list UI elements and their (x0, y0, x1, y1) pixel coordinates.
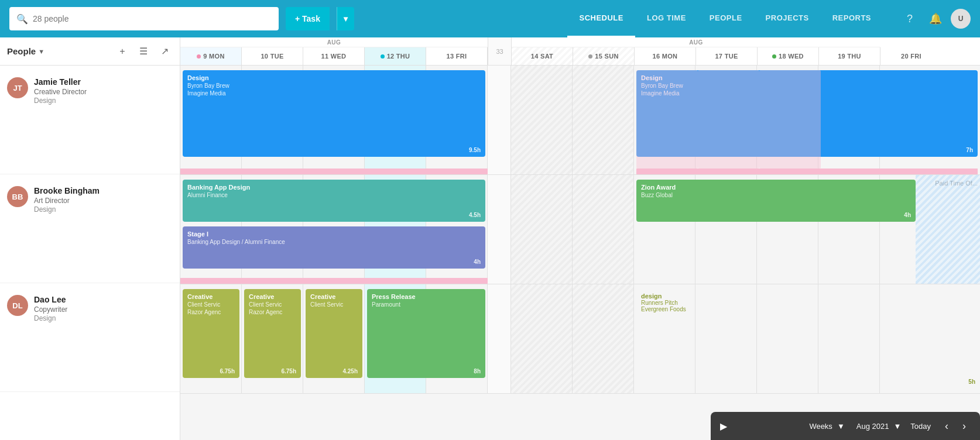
weeks-label: Weeks (809, 422, 832, 431)
event-jamie-design-w1[interactable]: Design Byron Bay Brew Imagine Media 9.5h (183, 70, 485, 157)
main: People ▼ + ☰ ↗ JT Jamie Teller Creative … (0, 37, 980, 440)
person-name-dao: Dao Lee (34, 295, 173, 304)
event-brooke-stage1[interactable]: Stage I Banking App Design / Alumni Fina… (183, 226, 485, 269)
overalloc-bar-jamie-w1 (180, 169, 488, 174)
day-col-20-fri: 20 FRI (880, 47, 942, 65)
avatar-dao: DL (7, 295, 28, 316)
day-col-12-thu: 12 THU (365, 47, 426, 65)
dao-cell-15 (573, 284, 634, 393)
task-dropdown-button[interactable]: ▼ (337, 7, 354, 30)
overalloc-bar-jamie-w2 (636, 169, 978, 174)
prev-button[interactable]: ‹ (940, 418, 953, 435)
left-panel: People ▼ + ☰ ↗ JT Jamie Teller Creative … (0, 37, 180, 440)
pink-overlay-18 (698, 70, 759, 169)
day-col-9-mon: 9 MON (180, 47, 242, 65)
person-row-brooke: BB Brooke Bingham Art Director Design (0, 174, 180, 283)
search-box[interactable]: 🔍 (9, 7, 279, 30)
person-info-jamie: Jamie Teller Creative Director Design (34, 77, 173, 105)
pto-overlay-brooke (916, 175, 980, 284)
day-dot-15 (588, 54, 592, 59)
event-brooke-zion[interactable]: Zion Award Buzz Global 4h (636, 180, 916, 222)
event-dao-design-w2[interactable]: design Runners Pitch Evergreen Foods (636, 289, 978, 316)
cursor-tool-icon[interactable]: ▶ (720, 421, 727, 432)
person-info-dao: Dao Lee Copywriter Design (34, 295, 173, 322)
person-role-brooke: Art Director (34, 197, 173, 205)
pink-overlay-19 (759, 70, 821, 169)
dao-hours-w2: 5h (968, 379, 975, 385)
search-icon: 🔍 (16, 13, 28, 25)
tab-projects[interactable]: PROJECTS (754, 0, 821, 37)
person-row-dao: DL Dao Lee Copywriter Design (0, 283, 180, 392)
today-button[interactable]: Today (906, 422, 936, 431)
avatar-jamie: JT (7, 77, 28, 98)
day-col-11-wed: 11 WED (303, 47, 365, 65)
header: 🔍 + Task ▼ SCHEDULE LOG TIME PEOPLE PROJ… (0, 0, 980, 37)
bottom-bar: ▶ Weeks ▼ Aug 2021 ▼ Today ‹ › (711, 412, 980, 440)
jamie-week1-group: Design Byron Bay Brew Imagine Media 9.5h (180, 66, 488, 174)
dao-week-num (488, 284, 511, 393)
aug-label-2: AUG (512, 37, 880, 47)
day-col-15-sun: 15 SUN (573, 47, 635, 65)
calendar-row-dao: Creative Client Servic Razor Agenc 6.75h… (180, 284, 980, 394)
export-icon[interactable]: ↗ (156, 43, 173, 60)
jamie-week2-group: Design Byron Bay Brew Imagine Media 7h (511, 66, 980, 174)
calendar-row-brooke: Banking App Design Alumni Finance 4.5h S… (180, 175, 980, 284)
person-name-jamie: Jamie Teller (34, 77, 173, 87)
people-header: People ▼ + ☰ ↗ (0, 37, 180, 66)
calendar-row-jamie: Design Byron Bay Brew Imagine Media 9.5h (180, 66, 980, 175)
jamie-cell-14 (511, 66, 573, 174)
user-avatar[interactable]: U (951, 9, 971, 29)
people-title-label: People ▼ (7, 46, 44, 56)
brooke-week2-group: Zion Award Buzz Global 4h Paid Time Of..… (511, 175, 980, 284)
chevron-down-icon[interactable]: ▼ (38, 48, 44, 55)
avatar-brooke: BB (7, 186, 28, 207)
people-actions: + ☰ ↗ (114, 43, 173, 60)
notifications-icon[interactable]: 🔔 (925, 8, 946, 29)
pink-overlay-17 (636, 70, 698, 169)
overalloc-bar-brooke-w1 (180, 278, 488, 284)
header-icons: ? 🔔 U (899, 8, 971, 29)
dao-cell-14 (511, 284, 573, 393)
person-dept-jamie: Design (34, 97, 173, 105)
tab-people[interactable]: PEOPLE (698, 0, 754, 37)
day-col-19-thu: 19 THU (819, 47, 880, 65)
brooke-cell-15 (573, 175, 634, 284)
tab-schedule[interactable]: SCHEDULE (567, 0, 635, 37)
search-input[interactable] (33, 14, 272, 23)
period-label: Aug 2021 (856, 422, 889, 431)
person-role-jamie: Creative Director (34, 88, 173, 96)
brooke-cell-14 (511, 175, 573, 284)
day-col-10-tue: 10 TUE (242, 47, 303, 65)
event-brooke-banking[interactable]: Banking App Design Alumni Finance 4.5h (183, 180, 485, 222)
day-col-13-fri: 13 FRI (426, 47, 488, 65)
jamie-week-num (488, 66, 511, 174)
tab-log-time[interactable]: LOG TIME (635, 0, 698, 37)
help-icon[interactable]: ? (899, 8, 920, 29)
bottom-nav: Weeks ▼ Aug 2021 ▼ Today ‹ › (809, 418, 971, 435)
event-dao-creative-10[interactable]: Creative Client Servic Razor Agenc 6.75h (244, 289, 301, 378)
jamie-cell-15 (573, 66, 634, 174)
period-dropdown[interactable]: ▼ (893, 422, 901, 431)
calendar-area: AUG 9 MON 10 TUE 11 WED 12 THU 13 FRI (180, 37, 980, 440)
day-col-16-mon: 16 MON (635, 47, 696, 65)
person-dept-dao: Design (34, 314, 173, 322)
add-person-icon[interactable]: + (114, 43, 131, 60)
dao-week1-group: Creative Client Servic Razor Agenc 6.75h… (180, 284, 488, 393)
day-col-17-tue: 17 TUE (696, 47, 758, 65)
weeks-dropdown[interactable]: ▼ (837, 422, 845, 431)
aug-label-1: AUG (180, 37, 488, 47)
next-button[interactable]: › (958, 418, 971, 435)
event-dao-creative-9[interactable]: Creative Client Servic Razor Agenc 6.75h (183, 289, 239, 378)
event-dao-press-release[interactable]: Press Release Paramount 8h (367, 289, 485, 378)
task-button[interactable]: + Task (286, 7, 330, 30)
week-header: AUG 9 MON 10 TUE 11 WED 12 THU 13 FRI (180, 37, 980, 66)
list-view-icon[interactable]: ☰ (135, 43, 152, 60)
event-dao-creative-11[interactable]: Creative Client Servic 4.25h (306, 289, 362, 378)
person-dept-brooke: Design (34, 205, 173, 214)
day-dot-18 (772, 54, 776, 59)
person-name-brooke: Brooke Bingham (34, 186, 173, 195)
day-col-14-sat: 14 SAT (512, 47, 573, 65)
person-info-brooke: Brooke Bingham Art Director Design (34, 186, 173, 214)
tab-reports[interactable]: REPORTS (821, 0, 883, 37)
brooke-week-num (488, 175, 511, 284)
